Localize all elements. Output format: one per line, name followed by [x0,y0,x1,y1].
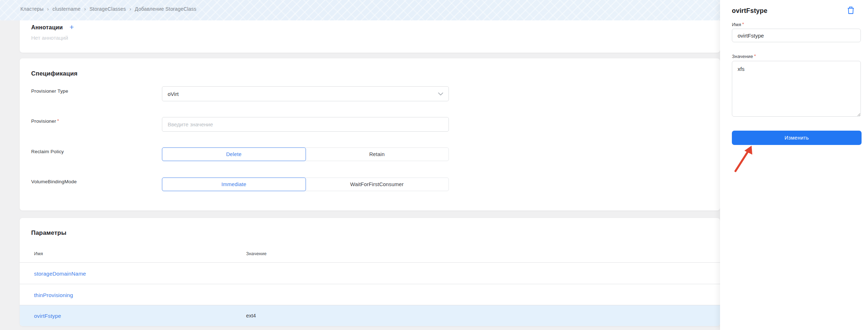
breadcrumb-item-clustername[interactable]: clustername [52,6,80,12]
reclaim-policy-toggle: Delete Retain [162,147,449,161]
reclaim-policy-option-retain[interactable]: Retain [306,148,449,161]
required-asterisk: * [57,118,59,123]
parameters-card: Параметры Имя Значение storageDomainName… [20,218,720,326]
table-row-storagedomainname[interactable]: storageDomainName [20,263,720,284]
provisioner-input[interactable]: Введите значение [162,117,449,132]
table-row-ovirtfstype-selected[interactable]: ovirtFstype ext4 [20,305,720,326]
panel-title: ovirtFstype [732,7,767,15]
breadcrumb-separator: › [47,6,49,12]
specification-title: Спецификация [31,70,77,77]
breadcrumb-item-current: Добавление StorageClass [135,6,196,12]
column-header-name: Имя [34,251,43,256]
required-asterisk: * [754,54,756,59]
volume-binding-option-waitforfirstconsumer[interactable]: WaitForFirstConsumer [306,178,449,191]
provisioner-type-label: Provisioner Type [31,88,68,94]
annotations-empty-text: Нет аннотаций [31,35,68,41]
value-field-textarea[interactable]: xfs [732,61,861,117]
provisioner-type-value: oVirt [168,91,179,97]
name-field-input[interactable] [732,29,861,42]
provisioner-placeholder: Введите значение [168,121,213,127]
param-value: ext4 [246,305,256,326]
delete-parameter-button[interactable] [846,5,856,15]
required-asterisk: * [742,22,744,27]
chevron-down-icon [438,92,443,96]
volume-binding-mode-toggle: Immediate WaitForFirstConsumer [162,178,449,191]
param-name-link[interactable]: thinProvisioning [34,284,73,306]
table-row-thinprovisioning[interactable]: thinProvisioning [20,284,720,306]
submit-change-button[interactable]: Изменить [732,131,862,145]
param-name-link[interactable]: storageDomainName [34,263,86,284]
volume-binding-option-immediate[interactable]: Immediate [162,178,306,191]
parameters-title: Параметры [31,229,66,237]
param-name-link[interactable]: ovirtFstype [34,305,61,326]
add-annotation-icon[interactable]: + [69,24,74,30]
breadcrumb-item-clusters[interactable]: Кластеры [20,6,44,12]
breadcrumb-item-storageclasses[interactable]: StorageClasses [90,6,126,12]
reclaim-policy-label: Reclaim Policy [31,149,64,154]
provisioner-label: Provisioner* [31,118,59,124]
edit-parameter-panel: ovirtFstype Имя* Значение* xfs Изменить [720,0,868,330]
reclaim-policy-option-delete[interactable]: Delete [162,147,306,161]
value-field-label: Значение* [732,54,756,59]
breadcrumb: Кластеры › clustername › StorageClasses … [20,6,196,12]
name-field-label: Имя* [732,22,744,27]
column-header-value: Значение [246,251,267,256]
red-arrow-annotation [727,142,759,175]
breadcrumb-separator: › [129,6,131,12]
annotations-title: Аннотации [31,24,63,31]
trash-icon [847,6,855,15]
provisioner-type-select[interactable]: oVirt [162,86,449,101]
breadcrumb-separator: › [84,6,86,12]
specification-card: Спецификация Provisioner Type oVirt Prov… [20,58,720,210]
volume-binding-mode-label: VolumeBindingMode [31,179,77,184]
